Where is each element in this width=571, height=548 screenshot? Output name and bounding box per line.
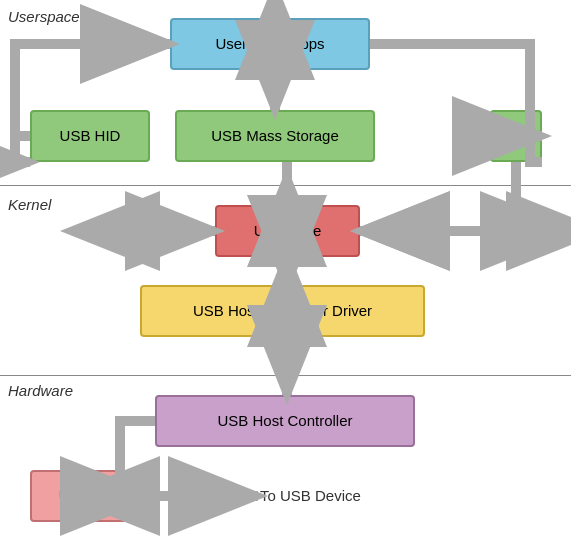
label-kernel: Kernel [8,196,51,213]
usb-hc-box: USB Host Controller [155,395,415,447]
to-usb-device-label: To USB Device [260,487,361,504]
usb-hid-box: USB HID [30,110,150,162]
usb-hcd-box: USB Host Controller Driver [140,285,425,337]
usb-port-box: USB Port [30,470,150,522]
label-userspace: Userspace [8,8,80,25]
usb-core-box: USB Core [215,205,360,257]
dots-box: ... [490,110,542,162]
usb-mass-storage-box: USB Mass Storage [175,110,375,162]
diagram: Userspace Kernel Hardware Userspace Apps… [0,0,571,548]
divider-kernel-hardware [0,375,571,376]
divider-userspace-kernel [0,185,571,186]
label-hardware: Hardware [8,382,73,399]
arrows-svg [0,0,571,548]
userspace-apps-box: Userspace Apps [170,18,370,70]
